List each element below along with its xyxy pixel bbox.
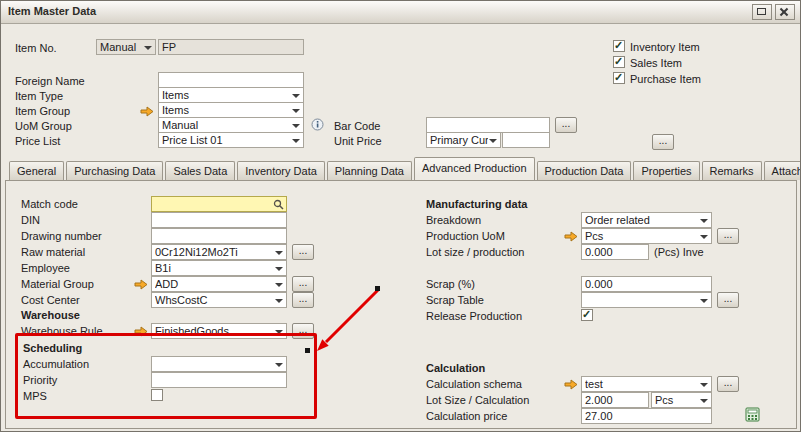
tab-sales-data[interactable]: Sales Data xyxy=(165,161,235,180)
tab-inventory-data[interactable]: Inventory Data xyxy=(237,161,325,180)
warehouse-rule-label: Warehouse Rule xyxy=(21,325,103,338)
tab-planning-data[interactable]: Planning Data xyxy=(327,161,412,180)
price-list-label: Price List xyxy=(15,135,60,148)
sales-item-checkbox[interactable] xyxy=(613,56,625,68)
inventory-item-checkbox[interactable] xyxy=(613,40,625,52)
search-icon[interactable] xyxy=(273,199,284,212)
breakdown-value: Order related xyxy=(585,214,699,226)
sales-item-label: Sales Item xyxy=(630,57,682,70)
item-type-dropdown[interactable]: Items xyxy=(158,87,304,103)
din-input[interactable] xyxy=(151,212,287,228)
calculation-schema-dropdown[interactable]: test xyxy=(581,376,712,392)
inventory-item-label: Inventory Item xyxy=(630,41,700,54)
scrap-table-browse-button[interactable]: ... xyxy=(717,292,739,308)
priority-label: Priority xyxy=(23,374,57,387)
breakdown-label: Breakdown xyxy=(426,214,481,227)
calculation-price-label: Calculation price xyxy=(426,410,507,423)
item-type-value: Items xyxy=(162,89,291,101)
price-list-dropdown[interactable]: Price List 01 xyxy=(158,132,304,148)
bar-code-input[interactable] xyxy=(426,117,550,133)
purchase-item-checkbox[interactable] xyxy=(613,72,625,84)
drawing-number-label: Drawing number xyxy=(21,230,102,243)
title-bar: Item Master Data xyxy=(1,1,800,24)
material-group-value: ADD xyxy=(155,278,274,290)
price-list-value: Price List 01 xyxy=(162,134,291,146)
production-uom-link-arrow-icon[interactable] xyxy=(564,231,578,242)
calculation-schema-value: test xyxy=(585,378,699,390)
tab-attachment[interactable]: Attachment xyxy=(764,161,801,180)
calculation-schema-link-arrow-icon[interactable] xyxy=(564,379,578,390)
raw-material-label: Raw material xyxy=(21,246,85,259)
item-no-series-dropdown[interactable]: Manual xyxy=(96,39,156,55)
production-uom-browse-button[interactable]: ... xyxy=(717,228,739,244)
foreign-name-input[interactable] xyxy=(158,72,304,88)
purchase-item-label: Purchase Item xyxy=(630,73,701,86)
bar-code-browse-button[interactable]: ... xyxy=(555,117,577,133)
restore-icon[interactable] xyxy=(752,4,772,20)
window-title: Item Master Data xyxy=(8,5,96,17)
tab-remarks[interactable]: Remarks xyxy=(702,161,762,180)
production-uom-dropdown[interactable]: Pcs xyxy=(581,228,712,244)
item-group-link-arrow-icon[interactable] xyxy=(140,106,154,117)
material-group-browse-button[interactable]: ... xyxy=(292,276,314,292)
lot-size-calculation-uom-dropdown[interactable]: Pcs xyxy=(651,392,712,408)
uom-info-icon[interactable] xyxy=(311,118,324,133)
unit-price-input[interactable] xyxy=(502,132,550,148)
material-group-dropdown[interactable]: ADD xyxy=(151,276,287,292)
lot-size-production-input[interactable] xyxy=(581,244,649,260)
tab-properties[interactable]: Properties xyxy=(633,161,699,180)
cost-center-dropdown[interactable]: WhsCostC xyxy=(151,292,287,308)
tab-purchasing-data[interactable]: Purchasing Data xyxy=(66,161,163,180)
lot-size-calculation-label: Lot Size / Calculation xyxy=(426,394,529,407)
production-uom-value: Pcs xyxy=(585,230,699,242)
close-icon[interactable] xyxy=(775,4,795,20)
mps-label: MPS xyxy=(23,390,47,403)
item-type-label: Item Type xyxy=(15,90,63,103)
calculator-icon[interactable] xyxy=(745,407,761,425)
match-code-input[interactable] xyxy=(151,196,287,212)
material-group-link-arrow-icon[interactable] xyxy=(134,279,148,290)
lot-size-production-suffix: (Pcs) Inve xyxy=(654,246,704,259)
scrap-table-label: Scrap Table xyxy=(426,294,484,307)
scrap-table-dropdown[interactable] xyxy=(581,292,712,308)
raw-material-value: 0Cr12Ni12Mo2Ti xyxy=(155,246,274,258)
tab-general[interactable]: General xyxy=(9,161,64,180)
accumulation-label: Accumulation xyxy=(23,358,89,371)
drawing-number-input[interactable] xyxy=(151,228,287,244)
tab-advanced-production[interactable]: Advanced Production xyxy=(414,157,535,180)
item-group-label: Item Group xyxy=(15,105,70,118)
warehouse-section-header: Warehouse xyxy=(21,309,80,322)
warehouse-rule-value: FinishedGoods xyxy=(155,325,274,337)
tab-production-data[interactable]: Production Data xyxy=(537,161,632,180)
window-controls xyxy=(752,4,795,20)
calculation-schema-label: Calculation schema xyxy=(426,378,522,391)
item-master-data-window: Item Master Data Item No. Manual Invento… xyxy=(0,0,801,432)
uom-group-dropdown[interactable]: Manual xyxy=(158,117,304,133)
scrap-percent-input[interactable] xyxy=(581,276,712,292)
accumulation-dropdown[interactable] xyxy=(151,356,287,372)
bar-code-label: Bar Code xyxy=(334,120,380,133)
item-group-dropdown[interactable]: Items xyxy=(158,102,304,118)
tab-bar: General Purchasing Data Sales Data Inven… xyxy=(9,158,801,180)
raw-material-dropdown[interactable]: 0Cr12Ni12Mo2Ti xyxy=(151,244,287,260)
cost-center-browse-button[interactable]: ... xyxy=(292,292,314,308)
unit-price-currency-value: Primary Curr xyxy=(430,134,488,146)
calculation-price-input[interactable] xyxy=(581,408,712,424)
cost-center-value: WhsCostC xyxy=(155,294,274,306)
match-code-label: Match code xyxy=(21,198,78,211)
unit-price-currency-dropdown[interactable]: Primary Curr xyxy=(426,132,501,148)
breakdown-dropdown[interactable]: Order related xyxy=(581,212,712,228)
warehouse-rule-browse-button[interactable]: ... xyxy=(292,323,314,339)
warehouse-rule-link-arrow-icon[interactable] xyxy=(134,326,148,337)
lot-size-calculation-input[interactable] xyxy=(581,392,649,408)
release-production-checkbox[interactable] xyxy=(581,309,593,321)
priority-input[interactable] xyxy=(151,372,287,388)
unit-price-browse-button[interactable]: ... xyxy=(652,134,674,150)
calculation-schema-browse-button[interactable]: ... xyxy=(717,376,739,392)
item-no-input[interactable] xyxy=(158,39,304,55)
warehouse-rule-dropdown[interactable]: FinishedGoods xyxy=(151,323,287,339)
employee-dropdown[interactable]: B1i xyxy=(151,260,287,276)
foreign-name-label: Foreign Name xyxy=(15,75,85,88)
mps-checkbox[interactable] xyxy=(151,389,163,401)
raw-material-browse-button[interactable]: ... xyxy=(292,244,314,260)
